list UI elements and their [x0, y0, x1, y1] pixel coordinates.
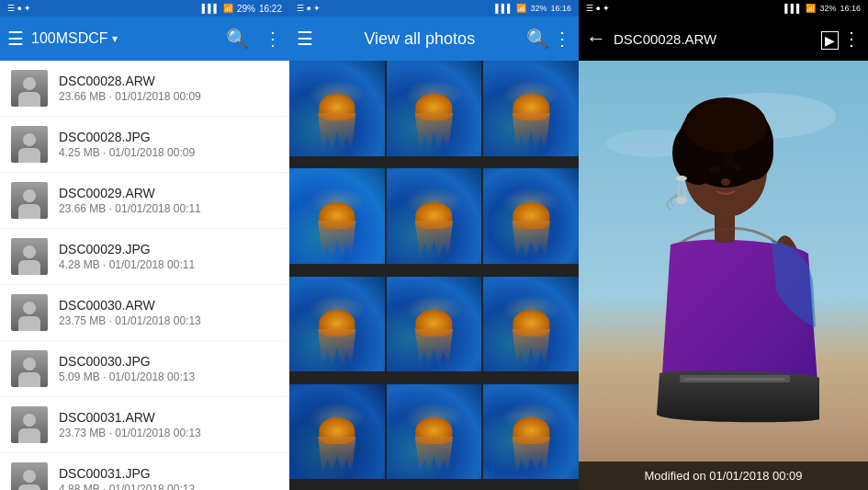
photo-cell[interactable] — [289, 384, 385, 480]
jellyfish-image — [289, 277, 385, 372]
play-icon[interactable]: ▶ — [821, 31, 839, 50]
photo-cell[interactable] — [387, 61, 482, 156]
search-icon-panel2[interactable]: 🔍 — [526, 28, 549, 49]
file-info: DSC00029.JPG 4.28 MB · 01/01/2018 00:11 — [59, 242, 278, 271]
list-item[interactable]: DSC00031.ARW 23.73 MB · 01/01/2018 00:13 — [0, 397, 289, 453]
file-list-panel: ☰ ● ✦ ▌▌▌ 📶 29% 16:22 ☰ 100MSDCF ▾ 🔍 ⋮ — [0, 0, 289, 490]
status-right-panel3: ▌▌▌ 📶 32% 16:16 — [784, 4, 861, 13]
svg-point-15 — [676, 176, 687, 181]
list-item[interactable]: DSC00028.JPG 4.25 MB · 01/01/2018 00:09 — [0, 117, 289, 173]
photo-cell[interactable] — [289, 168, 385, 264]
photo-viewer[interactable]: Modified on 01/01/2018 00:09 — [579, 61, 868, 490]
photo-cell[interactable] — [387, 384, 482, 480]
file-name: DSC00030.JPG — [59, 354, 278, 369]
person-body — [18, 260, 40, 275]
file-info: DSC00030.JPG 5.09 MB · 01/01/2018 00:13 — [59, 354, 278, 383]
file-name: DSC00031.ARW — [59, 410, 278, 425]
photo-cell[interactable] — [483, 61, 579, 156]
file-thumbnail — [11, 238, 48, 275]
status-bar-panel1: ☰ ● ✦ ▌▌▌ 📶 29% 16:22 — [0, 0, 289, 17]
toolbar-title-panel2: View all photos — [321, 29, 519, 49]
file-list: DSC00028.ARW 23.66 MB · 01/01/2018 00:09… — [0, 61, 289, 490]
toolbar-panel2: ☰ View all photos 🔍 ⋮ — [289, 17, 579, 61]
file-thumbnail — [11, 70, 48, 107]
toolbar-panel3: ← DSC00028.ARW ▶ ⋮ — [579, 17, 868, 61]
file-info: DSC00031.ARW 23.73 MB · 01/01/2018 00:13 — [59, 410, 278, 439]
list-item[interactable]: DSC00029.JPG 4.28 MB · 01/01/2018 00:11 — [0, 229, 289, 285]
file-meta: 4.25 MB · 01/01/2018 00:09 — [59, 146, 278, 159]
svg-point-16 — [676, 197, 687, 204]
photo-cell[interactable] — [483, 168, 579, 264]
time-panel3: 16:16 — [840, 4, 861, 13]
list-item[interactable]: DSC00031.JPG 4.88 MB · 01/01/2018 00:13 — [0, 453, 289, 490]
battery-panel3: 32% — [819, 4, 836, 13]
photo-cell[interactable] — [483, 384, 579, 480]
file-meta: 4.88 MB · 01/01/2018 00:13 — [59, 483, 278, 490]
list-item[interactable]: DSC00030.ARW 23.75 MB · 01/01/2018 00:13 — [0, 285, 289, 341]
photo-grid-panel: ☰ ● ✦ ▌▌▌ 📶 32% 16:16 ☰ View all photos … — [289, 0, 579, 490]
jellyfish-image — [483, 277, 579, 372]
person-head — [23, 245, 36, 258]
time-panel1: 16:22 — [259, 4, 282, 14]
more-icon-panel2[interactable]: ⋮ — [553, 28, 571, 49]
svg-rect-5 — [684, 378, 785, 381]
modified-date: Modified on 01/01/2018 00:09 — [644, 469, 802, 483]
photo-view-panel: ☰ ● ✦ ▌▌▌ 📶 32% 16:16 ← DSC00028.ARW ▶ ⋮ — [579, 0, 868, 490]
file-meta: 23.66 MB · 01/01/2018 00:11 — [59, 202, 278, 215]
search-icon-panel1[interactable]: 🔍 — [226, 29, 249, 48]
file-thumbnail — [11, 406, 48, 443]
file-meta: 4.28 MB · 01/01/2018 00:11 — [59, 258, 278, 271]
menu-icon-panel1[interactable]: ☰ — [7, 29, 24, 48]
more-icon-panel3[interactable]: ⋮ — [842, 28, 861, 49]
person-head — [23, 358, 36, 370]
file-info: DSC00028.JPG 4.25 MB · 01/01/2018 00:09 — [59, 130, 278, 159]
notification-icons-panel1: ☰ ● ✦ — [7, 4, 31, 13]
file-info: DSC00030.ARW 23.75 MB · 01/01/2018 00:13 — [59, 298, 278, 327]
toolbar-actions-panel1: 🔍 ⋮ — [226, 29, 282, 48]
list-item[interactable]: DSC00028.ARW 23.66 MB · 01/01/2018 00:09 — [0, 61, 289, 117]
file-thumbnail — [11, 350, 48, 387]
file-meta: 23.75 MB · 01/01/2018 00:13 — [59, 314, 278, 327]
jellyfish-image — [387, 168, 482, 264]
file-info: DSC00029.ARW 23.66 MB · 01/01/2018 00:11 — [59, 186, 278, 215]
jellyfish-image — [483, 168, 579, 264]
dropdown-arrow[interactable]: ▾ — [112, 32, 118, 45]
photo-cell[interactable] — [289, 61, 385, 156]
file-meta: 23.73 MB · 01/01/2018 00:13 — [59, 427, 278, 439]
status-left-icons-panel1: ☰ ● ✦ — [7, 4, 31, 13]
more-icon-panel1[interactable]: ⋮ — [264, 29, 282, 48]
list-item[interactable]: DSC00030.JPG 5.09 MB · 01/01/2018 00:13 — [0, 341, 289, 397]
status-right-panel1: ▌▌▌ 📶 29% 16:22 — [202, 4, 282, 14]
person-head — [23, 414, 36, 427]
svg-point-13 — [733, 164, 742, 171]
list-item[interactable]: DSC00029.ARW 23.66 MB · 01/01/2018 00:11 — [0, 173, 289, 229]
status-left-icons-panel3: ☰ ● ✦ — [586, 4, 610, 13]
svg-point-11 — [684, 97, 767, 153]
jellyfish-image — [289, 61, 385, 156]
person-body — [18, 484, 40, 490]
file-name: DSC00029.ARW — [59, 186, 278, 200]
person-body — [18, 148, 40, 163]
file-name: DSC00031.JPG — [59, 466, 278, 481]
toolbar-title-panel1: 100MSDCF ▾ — [31, 30, 219, 47]
woman-photo — [579, 61, 868, 490]
person-body — [18, 372, 40, 387]
battery-panel2: 32% — [530, 4, 547, 13]
photo-cell[interactable] — [483, 277, 579, 372]
status-bar-panel2: ☰ ● ✦ ▌▌▌ 📶 32% 16:16 — [289, 0, 579, 17]
jellyfish-image — [289, 168, 385, 264]
back-icon[interactable]: ← — [586, 28, 606, 49]
file-meta: 23.66 MB · 01/01/2018 00:09 — [59, 90, 278, 103]
battery-panel1: 29% — [237, 4, 255, 14]
photo-title: DSC00028.ARW — [614, 31, 814, 47]
file-thumbnail — [11, 182, 48, 219]
file-thumbnail — [11, 126, 48, 163]
svg-point-14 — [721, 178, 730, 186]
toolbar-actions-panel2: 🔍 ⋮ — [526, 29, 571, 49]
photo-cell[interactable] — [289, 277, 385, 372]
menu-icon-panel2[interactable]: ☰ — [297, 29, 313, 48]
file-info: DSC00031.JPG 4.88 MB · 01/01/2018 00:13 — [59, 466, 278, 490]
photo-cell[interactable] — [387, 277, 482, 372]
photo-cell[interactable] — [387, 168, 482, 264]
jellyfish-image — [387, 384, 482, 480]
